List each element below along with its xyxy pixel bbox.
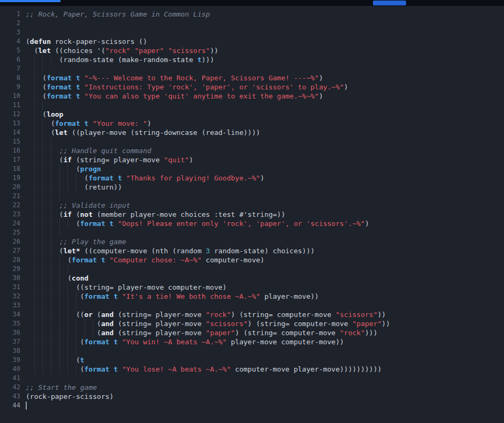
line-number[interactable]: 15 xyxy=(0,137,20,146)
line-number[interactable]: 22 xyxy=(0,201,20,210)
code-line[interactable]: 9 (format t "Instructions: Type 'rock', … xyxy=(0,82,504,92)
code-line[interactable]: 30 (cond xyxy=(0,274,504,283)
line-number[interactable]: 37 xyxy=(0,337,20,346)
code-line[interactable]: 23 (if (not (member player-move choices … xyxy=(0,210,504,219)
line-number[interactable]: 30 xyxy=(0,274,20,283)
code-line[interactable]: 27 (let* ((computer-move (nth (random 3 … xyxy=(0,246,504,255)
code-line[interactable]: 17 (if (string= player-move "quit") xyxy=(0,155,504,164)
code-line[interactable]: 37 (format t "You win! ~A beats ~A.~%" p… xyxy=(0,337,504,346)
line-number[interactable]: 8 xyxy=(0,73,20,82)
line-number[interactable]: 25 xyxy=(0,228,20,237)
line-number[interactable]: 39 xyxy=(0,356,20,365)
code-line[interactable]: 10 (format t "You can also type 'quit' a… xyxy=(0,92,504,101)
code-line[interactable]: 25 xyxy=(0,228,504,237)
code-token: computer-move) xyxy=(202,256,264,264)
line-number[interactable]: 34 xyxy=(0,310,20,319)
code-line[interactable]: 7 xyxy=(0,64,504,73)
topbar-button[interactable] xyxy=(373,1,406,5)
code-line[interactable]: 2 xyxy=(0,19,504,28)
line-number[interactable]: 3 xyxy=(0,28,20,37)
code-line[interactable]: 8 (format t "~%--- Welcome to the Rock, … xyxy=(0,73,504,82)
code-line[interactable]: 22 ;; Validate input xyxy=(0,201,504,210)
code-line[interactable]: 44 xyxy=(0,401,504,410)
code-line[interactable]: 35 (and (string= player-move "scissors")… xyxy=(0,319,504,328)
code-line[interactable]: 36 (and (string= player-move "paper") (s… xyxy=(0,328,504,337)
code-line[interactable]: 18 (progn xyxy=(0,164,504,173)
code-line[interactable]: 39 (t xyxy=(0,356,504,365)
line-number[interactable]: 14 xyxy=(0,128,20,137)
code-line[interactable]: 1;; Rock, Paper, Scissors Game in Common… xyxy=(0,10,504,19)
line-number[interactable]: 28 xyxy=(0,255,20,265)
code-line[interactable]: 6 (random-state (make-random-state t))) xyxy=(0,55,504,64)
code-line[interactable]: 28 (format t "Computer chose: ~A~%" comp… xyxy=(0,255,504,265)
line-number[interactable]: 32 xyxy=(0,292,20,301)
code-line[interactable]: 29 xyxy=(0,265,504,274)
indent-guide xyxy=(42,301,43,310)
line-number[interactable]: 7 xyxy=(0,64,20,73)
line-number[interactable]: 33 xyxy=(0,301,20,310)
line-number[interactable]: 41 xyxy=(0,374,20,383)
line-number[interactable]: 1 xyxy=(0,10,20,19)
line-number[interactable]: 31 xyxy=(0,283,20,292)
line-number[interactable]: 2 xyxy=(0,19,20,28)
code-line[interactable]: 14 (let ((player-move (string-downcase (… xyxy=(0,128,504,137)
line-number[interactable]: 42 xyxy=(0,383,20,392)
code-line[interactable]: 11 xyxy=(0,101,504,110)
line-number[interactable]: 26 xyxy=(0,237,20,246)
code-line[interactable]: 4(defun rock-paper-scissors () xyxy=(0,37,504,46)
line-number[interactable]: 11 xyxy=(0,101,20,110)
code-line[interactable]: 42;; Start the game xyxy=(0,383,504,392)
line-number[interactable]: 35 xyxy=(0,319,20,328)
line-number[interactable]: 20 xyxy=(0,183,20,192)
code-token: ( xyxy=(26,37,30,46)
line-number[interactable]: 44 xyxy=(0,401,20,410)
code-line[interactable]: 3 xyxy=(0,28,504,37)
line-number[interactable]: 5 xyxy=(0,46,20,55)
code-line[interactable]: 40 (format t "You lose! ~A beats ~A.~%" … xyxy=(0,365,504,374)
code-token: player-move)) xyxy=(260,292,319,300)
code-token: "Oops! Please enter only 'rock', 'paper'… xyxy=(118,220,365,228)
line-number[interactable]: 21 xyxy=(0,192,20,201)
code-line[interactable]: 34 ((or (and (string= player-move "rock"… xyxy=(0,310,504,319)
code-line[interactable]: 21 xyxy=(0,192,504,201)
line-number[interactable]: 10 xyxy=(0,92,20,101)
code-line[interactable]: 20 (return)) xyxy=(0,183,504,192)
code-content: (let ((player-move (string-downcase (rea… xyxy=(20,128,504,137)
code-line[interactable]: 43(rock-paper-scissors) xyxy=(0,392,504,401)
line-number[interactable]: 13 xyxy=(0,119,20,128)
code-token: )) xyxy=(210,47,218,55)
line-number[interactable]: 6 xyxy=(0,55,20,64)
code-line[interactable]: 19 (format t "Thanks for playing! Goodby… xyxy=(0,173,504,183)
line-number[interactable]: 12 xyxy=(0,110,20,119)
line-number[interactable]: 24 xyxy=(0,219,20,228)
line-number[interactable]: 29 xyxy=(0,265,20,274)
code-content: ;; Play the game xyxy=(20,237,504,246)
code-line[interactable]: 5 (let ((choices '("rock" "paper" "sciss… xyxy=(0,46,504,55)
line-number[interactable]: 40 xyxy=(0,365,20,374)
line-number[interactable]: 19 xyxy=(0,173,20,183)
line-number[interactable]: 9 xyxy=(0,82,20,92)
code-line[interactable]: 33 xyxy=(0,301,504,310)
line-number[interactable]: 36 xyxy=(0,328,20,337)
line-number[interactable]: 43 xyxy=(0,392,20,401)
code-line[interactable]: 15 xyxy=(0,137,504,146)
editor-pane[interactable]: 1;; Rock, Paper, Scissors Game in Common… xyxy=(0,6,504,410)
line-number[interactable]: 18 xyxy=(0,164,20,173)
code-line[interactable]: 13 (format t "Your move: ") xyxy=(0,119,504,128)
code-line[interactable]: 32 (format t "It's a tie! We both chose … xyxy=(0,292,504,301)
code-line[interactable]: 12 (loop xyxy=(0,110,504,119)
code-line[interactable]: 41 xyxy=(0,374,504,383)
line-number[interactable]: 16 xyxy=(0,146,20,155)
code-line[interactable]: 31 ((string= player-move computer-move) xyxy=(0,283,504,292)
line-number[interactable]: 17 xyxy=(0,155,20,164)
code-token: ( xyxy=(26,92,47,100)
line-number[interactable]: 27 xyxy=(0,246,20,255)
line-number[interactable]: 38 xyxy=(0,346,20,356)
code-line[interactable]: 38 xyxy=(0,346,504,356)
line-number[interactable]: 4 xyxy=(0,37,20,46)
code-line[interactable]: 26 ;; Play the game xyxy=(0,237,504,246)
code-line[interactable]: 24 (format t "Oops! Please enter only 'r… xyxy=(0,219,504,228)
line-number[interactable]: 23 xyxy=(0,210,20,219)
code-line[interactable]: 16 ;; Handle quit command xyxy=(0,146,504,155)
code-token: "rock" xyxy=(105,47,131,55)
